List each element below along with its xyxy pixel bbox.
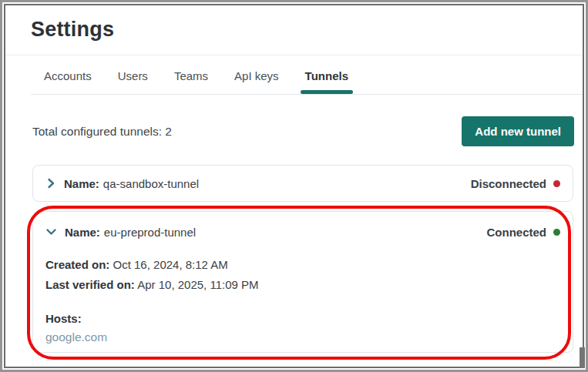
settings-tab-bar: Accounts Users Teams ApI keys Tunnels <box>42 68 350 94</box>
tab-teams[interactable]: Teams <box>173 68 210 94</box>
tunnel-status-text: Disconnected <box>471 177 546 190</box>
settings-page: Settings Accounts Users Teams ApI keys T… <box>4 4 584 368</box>
created-on-label: Created on: <box>45 258 109 271</box>
tab-users[interactable]: Users <box>116 68 150 94</box>
created-on-value: Oct 16, 2024, 8:12 AM <box>113 258 228 271</box>
tab-tunnels[interactable]: Tunnels <box>304 68 350 94</box>
tunnel-name-label: Name: <box>65 226 100 239</box>
tabs-divider <box>31 94 583 95</box>
tab-accounts[interactable]: Accounts <box>42 68 93 94</box>
last-verified-value: Apr 10, 2025, 11:09 PM <box>137 278 258 291</box>
vertical-scrollbar-thumb[interactable] <box>580 347 585 368</box>
header-divider <box>5 55 583 55</box>
tunnel-name-label: Name: <box>64 177 99 190</box>
tunnel-card-eu-preprod: Name: eu-preprod-tunnel Connected Create… <box>32 211 573 353</box>
chevron-right-icon[interactable] <box>45 178 56 189</box>
status-dot-connected <box>553 229 560 236</box>
host-link-google[interactable]: google.com <box>45 330 107 344</box>
tunnel-row-toggle[interactable]: Name: qa-sandbox-tunnel Disconnected <box>33 166 573 201</box>
chevron-down-icon[interactable] <box>45 226 57 237</box>
status-dot-disconnected <box>553 180 560 187</box>
tunnel-card-qa-sandbox: Name: qa-sandbox-tunnel Disconnected <box>32 165 573 202</box>
tunnel-row-toggle[interactable]: Name: eu-preprod-tunnel Connected <box>33 212 573 244</box>
page-title: Settings <box>31 18 114 42</box>
add-new-tunnel-button[interactable]: Add new tunnel <box>462 116 574 146</box>
tunnel-name-value: qa-sandbox-tunnel <box>103 177 199 190</box>
created-on-line: Created on: Oct 16, 2024, 8:12 AM <box>45 258 560 271</box>
window-frame: Settings Accounts Users Teams ApI keys T… <box>0 0 588 372</box>
last-verified-line: Last verified on: Apr 10, 2025, 11:09 PM <box>45 278 560 291</box>
hosts-label: Hosts: <box>45 312 82 325</box>
total-tunnels-count: Total configured tunnels: 2 <box>32 125 172 139</box>
tunnel-name-value: eu-preprod-tunnel <box>104 226 196 239</box>
hosts-line: Hosts: <box>45 312 560 325</box>
tab-api-keys[interactable]: ApI keys <box>233 68 281 94</box>
tunnel-status-text: Connected <box>486 226 546 239</box>
tunnel-details: Created on: Oct 16, 2024, 8:12 AM Last v… <box>33 258 573 344</box>
last-verified-label: Last verified on: <box>45 278 135 291</box>
